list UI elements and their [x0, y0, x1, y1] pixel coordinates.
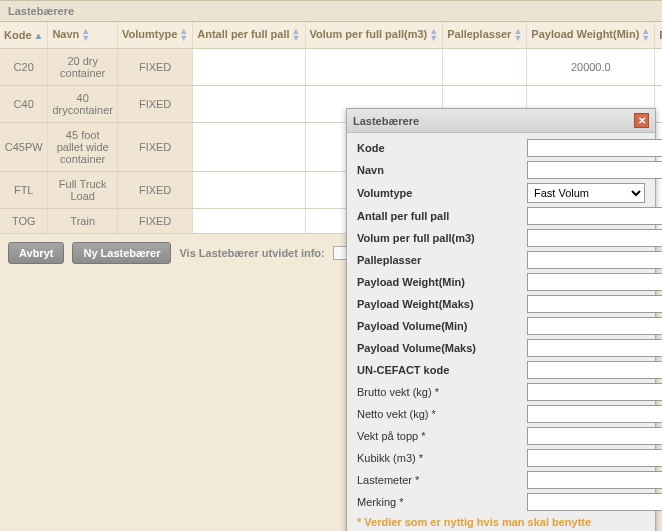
label-volum: Volum per full pall(m3)	[357, 232, 527, 244]
cell: 45 foot pallet wide container	[48, 123, 118, 172]
col-palleplasser[interactable]: Palleplasser▲▼	[443, 22, 527, 49]
col-kode[interactable]: Kode▲	[0, 22, 48, 49]
dialog-header[interactable]: Lastebærere ✕	[347, 109, 655, 133]
cell: 40 drycontainer	[48, 86, 118, 123]
dialog-title: Lastebærere	[353, 115, 419, 127]
cell	[305, 49, 443, 86]
cell	[193, 172, 305, 209]
input-payload-wmax[interactable]	[527, 295, 662, 313]
cell: FIXED	[117, 123, 192, 172]
col-navn[interactable]: Navn▲▼	[48, 22, 118, 49]
cell	[193, 209, 305, 234]
cell: FIXED	[117, 49, 192, 86]
label-antall: Antall per full pall	[357, 210, 527, 222]
label-kode: Kode	[357, 142, 527, 154]
label-navn: Navn	[357, 164, 527, 176]
input-uncefact[interactable]	[527, 361, 662, 379]
cell	[443, 49, 527, 86]
table-row[interactable]: C2020 dry containerFIXED20000.0	[0, 49, 662, 86]
col-payload-max[interactable]: Paylo	[655, 22, 662, 49]
cell	[193, 49, 305, 86]
label-brutto: Brutto vekt (kg) *	[357, 386, 527, 398]
label-payload-wmax: Payload Weight(Maks)	[357, 298, 527, 310]
close-icon[interactable]: ✕	[634, 113, 649, 128]
input-merking[interactable]	[527, 493, 662, 511]
new-carrier-button[interactable]: Ny Lastebærer	[72, 242, 171, 264]
label-netto: Netto vekt (kg) *	[357, 408, 527, 420]
cell	[193, 86, 305, 123]
input-kubikk[interactable]	[527, 449, 662, 467]
cell: C45PW	[0, 123, 48, 172]
label-kubikk: Kubikk (m3) *	[357, 452, 527, 464]
label-lastemeter: Lastemeter *	[357, 474, 527, 486]
label-payload-wmin: Payload Weight(Min)	[357, 276, 527, 288]
cell: FIXED	[117, 209, 192, 234]
input-antall[interactable]	[527, 207, 662, 225]
cell: Train	[48, 209, 118, 234]
sort-icon: ▲▼	[641, 28, 650, 42]
cell: FTL	[0, 172, 48, 209]
label-payload-vmax: Payload Volume(Maks)	[357, 342, 527, 354]
sort-icon: ▲▼	[81, 28, 90, 42]
cell: FIXED	[117, 86, 192, 123]
col-payload-min[interactable]: Payload Weight(Min)▲▼	[527, 22, 655, 49]
cell: C40	[0, 86, 48, 123]
extended-info-checkbox[interactable]	[333, 246, 347, 260]
col-antall[interactable]: Antall per full pall▲▼	[193, 22, 305, 49]
input-palleplasser[interactable]	[527, 251, 662, 269]
label-volumtype: Volumtype	[357, 187, 527, 199]
input-payload-vmin[interactable]	[527, 317, 662, 335]
extended-info-label: Vis Lastebærer utvidet info:	[179, 247, 324, 259]
cell: C20	[0, 49, 48, 86]
input-brutto[interactable]	[527, 383, 662, 401]
sort-icon: ▲▼	[513, 28, 522, 42]
cell: FIXED	[117, 172, 192, 209]
label-uncefact: UN-CEFACT kode	[357, 364, 527, 376]
input-kode[interactable]	[527, 139, 662, 157]
sort-icon: ▲▼	[429, 28, 438, 42]
input-topp[interactable]	[527, 427, 662, 445]
cancel-button[interactable]: Avbryt	[8, 242, 64, 264]
label-merking: Merking *	[357, 496, 527, 508]
label-payload-vmin: Payload Volume(Min)	[357, 320, 527, 332]
select-volumtype[interactable]: Fast Volum	[527, 183, 645, 203]
label-topp: Vekt på topp *	[357, 430, 527, 442]
cell: 20 dry container	[48, 49, 118, 86]
cell	[193, 123, 305, 172]
sort-asc-icon: ▲	[34, 30, 44, 41]
cell: 20000.0	[527, 49, 655, 86]
sort-icon: ▲▼	[292, 28, 301, 42]
input-navn[interactable]	[527, 161, 662, 179]
col-volum[interactable]: Volum per full pall(m3)▲▼	[305, 22, 443, 49]
col-volumtype[interactable]: Volumtype▲▼	[117, 22, 192, 49]
input-lastemeter[interactable]	[527, 471, 662, 489]
dialog-note: * Verdier som er nyttig hvis man skal be…	[357, 515, 645, 531]
label-palleplasser: Palleplasser	[357, 254, 527, 266]
sort-icon: ▲▼	[179, 28, 188, 42]
carrier-dialog: Lastebærere ✕ Kode Navn VolumtypeFast Vo…	[346, 108, 656, 531]
input-payload-wmin[interactable]	[527, 273, 662, 291]
panel-title: Lastebærere	[0, 0, 662, 22]
cell: Full Truck Load	[48, 172, 118, 209]
input-payload-vmax[interactable]	[527, 339, 662, 357]
cell	[655, 49, 662, 86]
cell: TOG	[0, 209, 48, 234]
input-netto[interactable]	[527, 405, 662, 423]
input-volum[interactable]	[527, 229, 662, 247]
